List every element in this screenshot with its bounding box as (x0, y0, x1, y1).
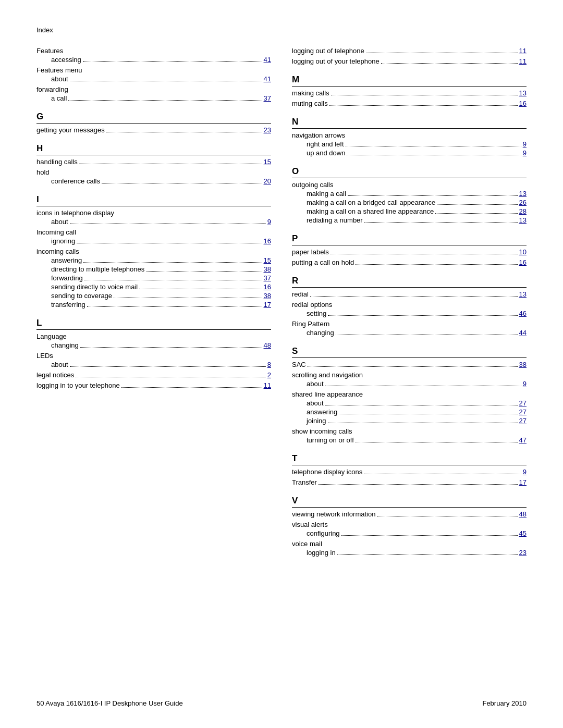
index-entry: viewing network information48 (292, 510, 527, 518)
sub-entry-page[interactable]: 48 (264, 341, 271, 349)
sub-entry-page[interactable]: 41 (264, 56, 271, 64)
section-letter-i: I (36, 194, 271, 206)
index-entry: muting calls16 (292, 100, 527, 107)
index-group: handling calls15 (36, 158, 271, 166)
sub-entry-page[interactable]: 9 (523, 140, 527, 148)
sub-entry-page[interactable]: 9 (523, 380, 527, 388)
sub-entry-page[interactable]: 27 (519, 417, 527, 425)
sub-entry-page[interactable]: 16 (264, 237, 271, 245)
index-group: incoming callsanswering15directing to mu… (36, 248, 271, 309)
sub-entry-dots (146, 265, 262, 272)
entry-page[interactable]: 11 (519, 57, 527, 65)
index-entry: paper labels10 (292, 248, 527, 256)
entry-page[interactable]: 10 (519, 248, 527, 256)
index-sub-entry: ignoring16 (36, 237, 271, 245)
entry-dots (356, 258, 517, 265)
entry-page[interactable]: 16 (519, 258, 527, 266)
sub-entry-page[interactable]: 38 (264, 292, 271, 300)
sub-entry-page[interactable]: 37 (264, 274, 271, 282)
entry-label: telephone display icons (292, 468, 362, 476)
entry-dots (366, 47, 518, 53)
index-sub-entry: making a call on a bridged call appearan… (292, 199, 527, 206)
sub-entry-page[interactable]: 20 (264, 177, 271, 185)
index-group: voice maillogging in23 (292, 540, 527, 557)
entry-page[interactable]: 16 (519, 100, 527, 107)
sub-entry-page[interactable]: 38 (264, 265, 271, 273)
sub-entry-label: sending to coverage (51, 292, 112, 300)
sub-entry-dots (325, 399, 518, 405)
sub-entry-page[interactable]: 9 (523, 149, 527, 157)
section-letter-n: N (292, 117, 527, 129)
sub-entry-page[interactable]: 47 (519, 436, 527, 444)
sub-entry-label: sending directly to voice mail (51, 283, 138, 291)
index-sub-entry: right and left9 (292, 140, 527, 148)
sub-entry-page[interactable]: 15 (264, 256, 271, 264)
sub-entry-page[interactable]: 41 (264, 75, 271, 83)
sub-entry-page[interactable]: 46 (519, 310, 527, 317)
index-entry: logging out of your telephone11 (292, 57, 527, 65)
index-entry: telephone display icons9 (292, 468, 527, 476)
entry-page[interactable]: 23 (264, 126, 271, 134)
sub-entry-page[interactable]: 17 (264, 301, 271, 309)
entry-page[interactable]: 11 (264, 381, 271, 389)
entry-parent-label: scrolling and navigation (292, 371, 527, 379)
sub-entry-page[interactable]: 16 (264, 283, 271, 291)
sub-entry-dots (77, 237, 262, 243)
index-sub-entry: about27 (292, 399, 527, 407)
left-column: Featuresaccessing41Features menuabout41f… (36, 44, 271, 559)
sub-entry-dots (328, 310, 517, 316)
sub-entry-page[interactable]: 27 (519, 399, 527, 407)
index-sub-entry: turning on or off47 (292, 436, 527, 444)
entry-page[interactable]: 15 (264, 158, 271, 166)
index-sub-entry: about41 (36, 75, 271, 83)
entry-page[interactable]: 13 (519, 89, 527, 97)
sub-entry-page[interactable]: 27 (519, 408, 527, 416)
sub-entry-dots (83, 56, 262, 62)
sub-entry-label: answering (307, 408, 337, 416)
sub-entry-page[interactable]: 13 (519, 216, 527, 224)
sub-entry-page[interactable]: 13 (519, 190, 527, 198)
sub-entry-label: logging in (307, 549, 336, 557)
index-sub-entry: joining27 (292, 417, 527, 425)
entry-label: logging out of telephone (292, 47, 364, 55)
index-columns: Featuresaccessing41Features menuabout41f… (36, 44, 527, 559)
sub-entry-page[interactable]: 37 (264, 94, 271, 102)
section-letter-o: O (292, 166, 527, 178)
index-sub-entry: about8 (36, 361, 271, 368)
sub-entry-label: changing (51, 341, 79, 349)
section-letter-s: S (292, 346, 527, 358)
sub-entry-page[interactable]: 8 (267, 361, 271, 368)
index-sub-entry: logging in23 (292, 549, 527, 557)
sub-entry-label: making a call on a shared line appearanc… (307, 207, 434, 215)
entry-label: legal notices (36, 371, 74, 379)
entry-parent-label: hold (36, 168, 271, 176)
sub-entry-page[interactable]: 9 (267, 218, 271, 226)
entry-page[interactable]: 11 (519, 47, 527, 55)
sub-entry-dots (102, 177, 262, 183)
sub-entry-page[interactable]: 28 (519, 207, 527, 215)
sub-entry-label: forwarding (51, 274, 83, 282)
section-letter-h: H (36, 143, 271, 155)
index-sub-entry: answering15 (36, 256, 271, 264)
index-sub-entry: making a call on a shared line appearanc… (292, 207, 527, 215)
entry-page[interactable]: 13 (519, 290, 527, 298)
sub-entry-page[interactable]: 26 (519, 199, 527, 206)
sub-entry-label: about (307, 380, 324, 388)
sub-entry-dots (139, 283, 262, 289)
index-sub-entry: redialing a number13 (292, 216, 527, 224)
entry-page[interactable]: 38 (519, 361, 527, 368)
index-entry: logging in to your telephone11 (36, 381, 271, 389)
sub-entry-dots (348, 190, 518, 196)
entry-page[interactable]: 48 (519, 510, 527, 518)
sub-entry-page[interactable]: 23 (519, 549, 527, 557)
entry-dots (121, 381, 262, 388)
entry-page[interactable]: 9 (523, 468, 527, 476)
sub-entry-dots (337, 549, 518, 555)
sub-entry-dots (341, 529, 518, 536)
sub-entry-dots (347, 149, 521, 155)
entry-page[interactable]: 2 (267, 371, 271, 379)
sub-entry-page[interactable]: 44 (519, 329, 527, 337)
index-entry: legal notices2 (36, 371, 271, 379)
entry-page[interactable]: 17 (519, 478, 527, 486)
sub-entry-page[interactable]: 45 (519, 529, 527, 537)
